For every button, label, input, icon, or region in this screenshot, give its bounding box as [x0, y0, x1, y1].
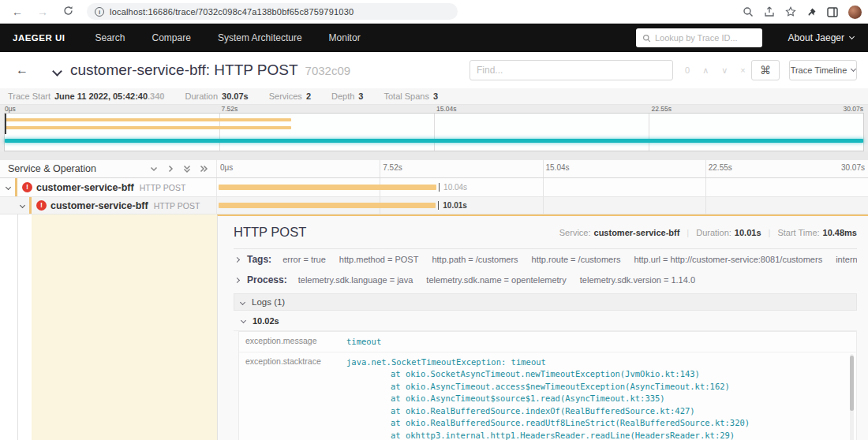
trace-id-short: 7032c09 [305, 64, 351, 77]
trace-title: customer-service-bff: HTTP POST [70, 62, 298, 79]
trace-view-selector[interactable]: Trace Timeline [789, 60, 857, 80]
chevron-down-icon [240, 299, 245, 304]
tick-label: 15.04s [546, 163, 570, 172]
stack-line: at okio.AsyncTimeout.access$newTimeoutEx… [346, 381, 845, 393]
about-jaeger-menu[interactable]: About Jaeger [788, 24, 854, 52]
span-row-selected[interactable]: ! customer-service-bff HTTP POST 10.01s [0, 197, 868, 214]
tick-label: 22.55s [652, 105, 672, 113]
expand-one-icon[interactable] [166, 165, 174, 173]
span-duration-bar[interactable] [219, 185, 436, 190]
chevron-down-icon [849, 34, 855, 39]
site-info-icon[interactable]: i [95, 7, 104, 17]
chevron-down-icon [851, 66, 856, 72]
tag-item: internal.spa... [836, 255, 857, 264]
lookup-search-icon [642, 34, 651, 43]
service-color-bar [29, 197, 32, 214]
process-row[interactable]: Process: telemetry.sdk.language = java t… [234, 270, 857, 290]
process-item: telemetry.sdk.name = opentelemetry [426, 275, 566, 285]
chevron-down-icon[interactable] [6, 185, 11, 190]
duration-label: Duration: [696, 228, 731, 237]
scrollbar-thumb[interactable] [850, 356, 854, 411]
process-title: Process: [247, 274, 287, 285]
gridline [705, 160, 706, 177]
minimap-drag-handle[interactable] [5, 114, 6, 134]
find-count: 0 [685, 65, 690, 75]
stacktrace-scrollbar[interactable] [850, 354, 854, 440]
trace-id-lookup-input[interactable]: Lookup by Trace ID... [636, 28, 762, 47]
browser-forward-icon[interactable]: → [33, 6, 52, 18]
timeline-collapse-controls [150, 160, 208, 177]
about-jaeger-label: About Jaeger [788, 32, 844, 43]
duration-value: 10.01s [735, 228, 761, 237]
browser-back-icon[interactable]: ← [8, 6, 27, 18]
nav-item-compare[interactable]: Compare [152, 32, 191, 43]
stack-line: at okio.RealBufferedSource.readUtf8LineS… [346, 417, 845, 430]
stack-line: at okio.SocketAsyncTimeout.newTimeoutExc… [346, 368, 845, 381]
tags-row[interactable]: Tags: error = true http.method = POST ht… [234, 249, 857, 270]
jaeger-nav: JAEGER UI Search Compare System Architec… [0, 24, 868, 52]
detail-row-left-gutter [0, 214, 217, 440]
summary-total-spans: Total Spans3 [383, 91, 438, 101]
start-time-label: Start Time: [777, 228, 819, 237]
browser-reload-icon[interactable] [58, 6, 77, 18]
divider: | [769, 228, 771, 237]
chevron-down-icon [241, 318, 246, 323]
trace-minimap[interactable]: 0μs 7.52s 15.04s 22.55s 30.07s [0, 105, 868, 151]
browser-chrome: ← → i localhost:16686/trace/7032c098c47a… [0, 0, 868, 24]
collapse-all-icon[interactable] [183, 165, 191, 173]
url-bar[interactable]: i localhost:16686/trace/7032c098c47a138b… [87, 3, 458, 20]
extensions-pin-icon[interactable] [806, 7, 817, 17]
keyboard-shortcuts-button[interactable]: ⌘ [751, 60, 780, 80]
log-timestamp: 10.02s [253, 316, 279, 326]
span-duration-label: 10.04s [443, 183, 467, 192]
gridline [705, 197, 706, 214]
span-duration-bar[interactable] [219, 203, 436, 208]
minimap-span-bar [5, 118, 291, 121]
divider: | [687, 228, 689, 237]
tag-item: http.route = /customers [532, 255, 621, 264]
log-entry-header[interactable]: 10.02s [234, 311, 857, 331]
nav-item-system-architecture[interactable]: System Architecture [218, 32, 302, 43]
bookmark-star-icon[interactable] [785, 6, 796, 17]
chevron-down-icon[interactable] [20, 203, 25, 208]
nav-item-monitor[interactable]: Monitor [329, 32, 361, 43]
expand-all-icon[interactable] [200, 165, 208, 173]
browser-search-icon[interactable] [743, 6, 754, 17]
gridline [543, 178, 544, 196]
tag-item: http.url = http://customer-service:8081/… [634, 255, 822, 264]
logs-accordion-header[interactable]: Logs (1) [234, 293, 857, 311]
find-placeholder: Find... [477, 65, 503, 76]
tag-item: http.path = /customers [432, 255, 518, 264]
tags-title: Tags: [247, 254, 271, 265]
collapse-trace-chevron-icon[interactable] [52, 66, 62, 76]
tag-item: http.method = POST [339, 255, 419, 264]
timeline-header-row: Service & Operation 0μs 7.52s 15.04s 22.… [0, 160, 868, 178]
summary-duration: Duration30.07s [185, 91, 248, 101]
process-item: telemetry.sdk.language = java [298, 275, 413, 285]
minimap-canvas[interactable] [4, 113, 864, 151]
find-input[interactable]: Find... [470, 60, 673, 80]
find-clear-icon[interactable]: × [740, 65, 745, 75]
span-bar-end-tick [438, 201, 440, 210]
share-icon[interactable] [764, 6, 775, 17]
tick-label: 0μs [220, 163, 233, 172]
span-row[interactable]: ! customer-service-bff HTTP POST 10.04s [0, 178, 868, 197]
service-label: Service: [559, 228, 591, 237]
find-next-icon[interactable]: ∨ [721, 65, 728, 76]
collapse-one-icon[interactable] [150, 165, 158, 173]
span-service-name: customer-service-bff [36, 182, 134, 193]
find-prev-icon[interactable]: ∧ [702, 65, 709, 76]
stack-line: java.net.SocketTimeoutException: timeout [346, 356, 845, 369]
nav-item-search[interactable]: Search [95, 32, 125, 43]
jaeger-logo[interactable]: JAEGER UI [13, 33, 65, 43]
stack-line: at okhttp3.internal.http1.HeadersReader.… [346, 430, 845, 440]
back-arrow-icon[interactable]: ← [16, 63, 28, 77]
find-nav-controls: 0 ∧ ∨ × [685, 60, 746, 80]
profile-avatar[interactable] [848, 6, 862, 19]
minimap-span-bar [5, 139, 863, 143]
gridline [543, 160, 544, 177]
side-panel-icon[interactable] [827, 7, 838, 17]
service-color-bar [15, 178, 17, 196]
minimap-gridline [434, 114, 435, 151]
tick-label: 0μs [5, 105, 16, 113]
